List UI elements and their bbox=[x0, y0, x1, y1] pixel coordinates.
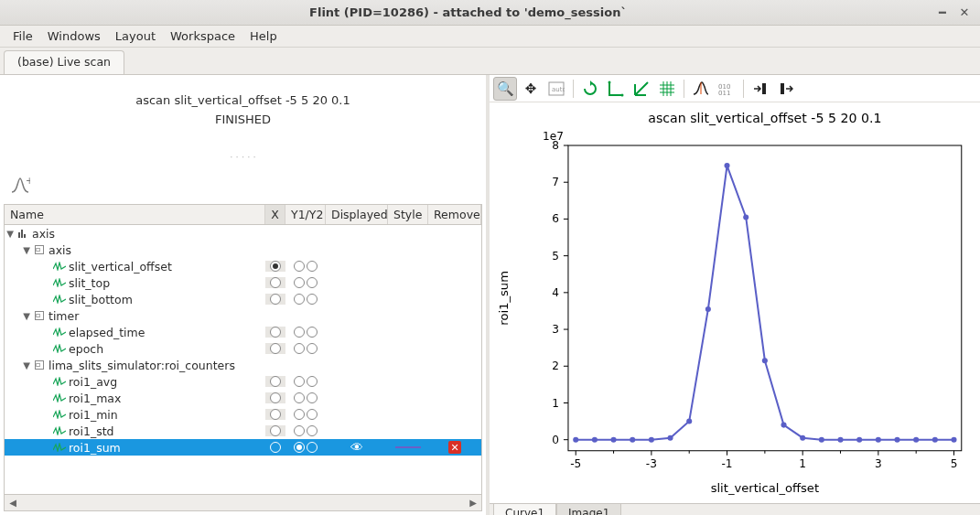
tree-leaf[interactable]: slit_bottom bbox=[5, 291, 481, 307]
svg-text:1: 1 bbox=[552, 397, 559, 410]
grid-icon[interactable] bbox=[655, 77, 679, 101]
disclosure-icon[interactable]: ▼ bbox=[21, 360, 32, 370]
y1-radio[interactable] bbox=[294, 376, 305, 387]
x-radio[interactable] bbox=[270, 442, 281, 453]
menu-help[interactable]: Help bbox=[242, 27, 285, 45]
tree-item-label: roi1_min bbox=[69, 408, 118, 422]
refresh-icon[interactable] bbox=[578, 77, 602, 101]
y2-radio[interactable] bbox=[307, 277, 318, 288]
x-radio[interactable] bbox=[270, 261, 281, 272]
svg-text:1: 1 bbox=[799, 457, 806, 470]
disclosure-icon[interactable]: ▼ bbox=[21, 311, 32, 321]
plot-area[interactable]: -5-3-11350123456781e7ascan slit_vertical… bbox=[490, 102, 980, 503]
plot-canvas[interactable]: -5-3-11350123456781e7ascan slit_vertical… bbox=[490, 102, 980, 503]
eye-icon[interactable]: 👁 bbox=[350, 440, 363, 455]
x-radio[interactable] bbox=[270, 425, 281, 436]
tree-leaf[interactable]: slit_vertical_offset bbox=[5, 258, 481, 274]
tree-body[interactable]: ▼axis▼▫axis slit_vertical_offset slit_to… bbox=[5, 225, 481, 494]
disclosure-icon[interactable]: ▼ bbox=[5, 229, 16, 239]
tab-image1[interactable]: Image1 bbox=[556, 504, 621, 515]
y2-radio[interactable] bbox=[307, 392, 318, 403]
y2-radio[interactable] bbox=[307, 409, 318, 420]
crosshair-icon[interactable] bbox=[630, 77, 653, 101]
tree-group[interactable]: ▼▫timer bbox=[5, 307, 481, 324]
menu-windows[interactable]: Windows bbox=[40, 27, 108, 45]
col-remove[interactable]: Remove bbox=[428, 205, 481, 224]
y2-radio[interactable] bbox=[307, 376, 318, 387]
y1-radio[interactable] bbox=[294, 409, 305, 420]
export-icon[interactable] bbox=[774, 77, 798, 101]
svg-text:+: + bbox=[26, 177, 30, 186]
y1-radio[interactable] bbox=[294, 343, 305, 354]
menu-workspace[interactable]: Workspace bbox=[163, 27, 242, 45]
scan-status-label: FINISHED bbox=[0, 113, 486, 126]
y1-radio[interactable] bbox=[294, 442, 305, 453]
x-radio[interactable] bbox=[270, 294, 281, 305]
scroll-right-icon[interactable]: ▶ bbox=[465, 496, 481, 510]
y1-radio[interactable] bbox=[294, 277, 305, 288]
tree-leaf[interactable]: roi1_min bbox=[5, 406, 481, 423]
svg-text:roi1_sum: roi1_sum bbox=[497, 271, 511, 326]
menu-layout[interactable]: Layout bbox=[108, 27, 163, 45]
y1-radio[interactable] bbox=[294, 327, 305, 338]
zoom-icon[interactable]: 🔍 bbox=[493, 77, 517, 101]
y1-radio[interactable] bbox=[294, 392, 305, 403]
col-x[interactable]: X bbox=[265, 205, 285, 224]
tab-curve1[interactable]: Curve1 bbox=[493, 504, 556, 515]
axis-xy-icon[interactable] bbox=[604, 77, 628, 101]
y2-radio[interactable] bbox=[307, 343, 318, 354]
x-radio[interactable] bbox=[270, 277, 281, 288]
col-name[interactable]: Name bbox=[5, 205, 265, 224]
x-radio[interactable] bbox=[270, 343, 281, 354]
x-radio[interactable] bbox=[270, 392, 281, 403]
disclosure-icon[interactable]: ▼ bbox=[21, 245, 32, 255]
tree-group[interactable]: ▼▫axis bbox=[5, 241, 481, 258]
x-radio[interactable] bbox=[270, 409, 281, 420]
tree-leaf[interactable]: epoch bbox=[5, 340, 481, 357]
tree-leaf[interactable]: elapsed_time bbox=[5, 324, 481, 340]
x-radio[interactable] bbox=[270, 376, 281, 387]
y2-radio[interactable] bbox=[307, 261, 318, 272]
svg-point-57 bbox=[686, 419, 692, 424]
col-displayed[interactable]: Displayed bbox=[326, 205, 388, 224]
binary-icon[interactable]: 010011 bbox=[715, 77, 738, 101]
tree-leaf[interactable]: roi1_std bbox=[5, 423, 481, 439]
y2-radio[interactable] bbox=[307, 327, 318, 338]
menu-file[interactable]: File bbox=[5, 27, 40, 45]
svg-text:1e7: 1e7 bbox=[543, 130, 564, 143]
style-swatch[interactable] bbox=[395, 446, 421, 448]
add-gaussian-icon[interactable]: + bbox=[7, 173, 33, 198]
window-minimize-button[interactable]: ━ bbox=[934, 5, 951, 21]
chart-icon bbox=[16, 229, 30, 238]
tree-group[interactable]: ▼axis bbox=[5, 225, 481, 241]
y1-radio[interactable] bbox=[294, 261, 305, 272]
signal-icon bbox=[52, 327, 67, 337]
x-radio[interactable] bbox=[270, 327, 281, 338]
tabstrip: (base) Live scan bbox=[0, 48, 980, 75]
svg-text:-3: -3 bbox=[646, 457, 657, 470]
curve-stats-icon[interactable] bbox=[689, 77, 713, 101]
y2-radio[interactable] bbox=[307, 442, 318, 453]
y1-radio[interactable] bbox=[294, 294, 305, 305]
tree-leaf[interactable]: roi1_max bbox=[5, 390, 481, 406]
tree-leaf[interactable]: roi1_sum👁✕ bbox=[5, 439, 481, 456]
import-icon[interactable] bbox=[748, 77, 772, 101]
col-y[interactable]: Y1/Y2 bbox=[285, 205, 326, 224]
tree-leaf[interactable]: roi1_avg bbox=[5, 373, 481, 390]
autoscale-icon[interactable]: auto bbox=[544, 77, 568, 101]
window-close-button[interactable]: ✕ bbox=[956, 5, 973, 21]
tree-group[interactable]: ▼▫lima_slits_simulator:roi_counters bbox=[5, 357, 481, 373]
tree-hscroll[interactable]: ◀ ▶ bbox=[5, 494, 481, 510]
y2-radio[interactable] bbox=[307, 294, 318, 305]
tree-leaf[interactable]: slit_top bbox=[5, 274, 481, 291]
svg-point-71 bbox=[951, 437, 956, 443]
collapse-grip[interactable]: · · · · · bbox=[0, 152, 486, 162]
tab-live-scan[interactable]: (base) Live scan bbox=[4, 50, 124, 74]
signal-icon bbox=[52, 344, 67, 353]
col-style[interactable]: Style bbox=[388, 205, 428, 224]
pan-icon[interactable]: ✥ bbox=[519, 77, 543, 101]
y1-radio[interactable] bbox=[294, 425, 305, 436]
remove-button[interactable]: ✕ bbox=[448, 441, 461, 454]
y2-radio[interactable] bbox=[307, 425, 318, 436]
scroll-left-icon[interactable]: ◀ bbox=[5, 496, 21, 510]
